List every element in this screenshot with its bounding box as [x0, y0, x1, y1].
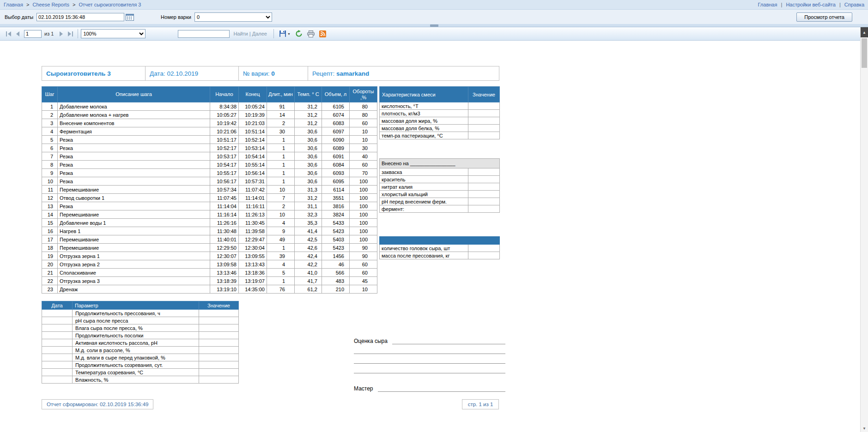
mix-row: закваска — [380, 168, 500, 176]
scrollbar-thumb[interactable] — [862, 38, 867, 68]
report-date: Дата: 02.10.2019 — [146, 66, 239, 81]
first-page-icon[interactable] — [4, 29, 13, 38]
export-icon[interactable]: ▼ — [278, 29, 291, 38]
quality-row: М.д. влаги в сыре перед упаковкой, % — [42, 354, 239, 361]
top-navigation-bar: Главная > Cheese Reports > Отчет сыроизг… — [0, 0, 868, 10]
steps-row: 3Внесение компонентов10:19:4210:21:03231… — [42, 119, 377, 127]
steps-row: 23Дренаж13:19:1014:35:007661,221010 — [42, 285, 377, 294]
previous-page-icon[interactable] — [13, 29, 22, 38]
quality-row: Продолжительность прессования, ч — [42, 310, 239, 317]
steps-row: 22Отгрузка зерна 313:18:3913:19:07141,74… — [42, 277, 377, 285]
signature-line — [354, 348, 505, 354]
steps-row: 2Добавление молока + нагрев10:05:2710:19… — [42, 111, 377, 119]
find-next-button[interactable]: Далее — [252, 31, 267, 36]
evaluation-block: Оценка сыра Мастер — [354, 301, 505, 392]
report-recipe: Рецепт: samarkand — [308, 66, 499, 81]
steps-row: 10Резка10:56:1710:57:31130,66095100 — [42, 177, 377, 186]
parameters-splitter — [0, 24, 868, 27]
calendar-icon[interactable] — [126, 13, 135, 21]
find-button[interactable]: Найти — [233, 31, 248, 36]
breadcrumb-cheese-reports[interactable]: Cheese Reports — [32, 2, 69, 7]
steps-row: 20Отгрузка зерна 213:09:5813:13:43442,24… — [42, 260, 377, 269]
mix-row: краситель — [380, 176, 500, 183]
master-label: Мастер — [354, 385, 373, 392]
mix-header-row: Характеристика смеси Значение — [380, 87, 500, 102]
search-input[interactable] — [178, 30, 230, 38]
batch-number-select[interactable]: 0 — [194, 12, 272, 22]
link-help[interactable]: Справка — [844, 2, 864, 7]
signature-line — [354, 358, 505, 364]
report-footer: Отчет сформирован: 02.10.2019 15:36:49 с… — [42, 399, 499, 409]
mix-table-body: кислотность, °Тплотность, кг/м3массовая … — [380, 102, 500, 259]
date-picker-label: Выбор даты — [5, 14, 33, 20]
quality-row: Продолжительность созревания, сут. — [42, 361, 239, 369]
mix-row: pH перед внесением ферм. — [380, 198, 500, 205]
last-page-icon[interactable] — [66, 29, 75, 38]
steps-row: 13Резка11:14:0411:16:11231,13816100 — [42, 202, 377, 210]
signature-line — [378, 386, 505, 392]
steps-row: 21Споласкивание13:13:4613:18:36541,05666… — [42, 269, 377, 277]
breadcrumb-home[interactable]: Главная — [4, 2, 23, 7]
signature-line — [354, 367, 505, 373]
breadcrumb-current-report[interactable]: Отчет сыроизготовителя 3 — [79, 2, 141, 7]
mix-row: фермент: — [380, 205, 500, 213]
main-tables-row: Шаг Описание шага Начало Конец Длит., ми… — [42, 86, 860, 294]
steps-row: 6Резка10:52:1710:53:14130,6608930 — [42, 144, 377, 152]
report-parameters-bar: Выбор даты Номер варки 0 Просмотр отчета — [0, 10, 868, 24]
report-generated-label: Отчет сформирован: 02.10.2019 15:36:49 — [42, 399, 153, 409]
mix-row: нитрат калия — [380, 183, 500, 191]
steps-row: 1Добавление молока8:34:3810:05:249131,26… — [42, 102, 377, 111]
refresh-icon[interactable] — [294, 29, 303, 38]
steps-row: 5Резка10:51:1710:52:14130,6609010 — [42, 136, 377, 144]
next-page-icon[interactable] — [56, 29, 66, 38]
mix-row: хлористый кальций — [380, 191, 500, 198]
steps-header-row: Шаг Описание шага Начало Конец Длит., ми… — [42, 87, 377, 102]
link-site-settings[interactable]: Настройки веб-сайта — [786, 2, 835, 7]
quality-row: Активная кислотность рассола, pH — [42, 339, 239, 347]
export-dropdown-caret: ▼ — [287, 32, 291, 36]
page-count-label: из 1 — [44, 31, 54, 36]
mix-section-row: Внесено на ________________ — [380, 159, 500, 168]
steps-row: 18Перемешивание12:29:5012:30:04142,65423… — [42, 244, 377, 252]
quality-header-row: Дата Параметр Значение — [42, 301, 239, 310]
steps-row: 17Перемешивание11:40:0112:29:474942,5540… — [42, 235, 377, 244]
steps-table: Шаг Описание шага Начало Конец Длит., ми… — [42, 86, 377, 294]
site-links: Главная | Настройки веб-сайта | Справка — [758, 2, 864, 7]
splitter-collapse-handle[interactable] — [430, 24, 438, 27]
scroll-down-arrow-icon[interactable]: ▼ — [861, 425, 868, 432]
quality-row: Влага сыра после пресса, % — [42, 324, 239, 332]
steps-table-body: 1Добавление молока8:34:3810:05:249131,26… — [42, 102, 377, 294]
page-number-input[interactable] — [24, 30, 42, 38]
vertical-scrollbar[interactable]: ▲ ▼ — [860, 27, 868, 432]
cheese-evaluation-label: Оценка сыра — [354, 338, 388, 344]
batch-number-label: Номер варки — [161, 14, 191, 20]
quality-parameters-table: Дата Параметр Значение Продолжительность… — [42, 301, 239, 384]
steps-row: 19Отгрузка зерна 112:30:0713:09:553942,4… — [42, 252, 377, 260]
signature-line — [392, 338, 505, 344]
mix-spacer-row — [380, 213, 500, 237]
mix-row: количество головок сыра, шт — [380, 245, 500, 252]
quality-table-body: Продолжительность прессования, чpH сыра … — [42, 310, 239, 384]
mix-characteristics-table: Характеристика смеси Значение кислотност… — [379, 86, 500, 259]
view-report-button[interactable]: Просмотр отчета — [796, 12, 852, 22]
zoom-select[interactable]: 100% — [81, 29, 146, 38]
report-title: Сыроизготовитель 3 — [42, 66, 146, 81]
link-home[interactable]: Главная — [758, 2, 777, 7]
mix-row: плотность, кг/м3 — [380, 110, 500, 117]
quality-row: Температура созревания, °С — [42, 369, 239, 376]
print-icon[interactable] — [306, 30, 316, 38]
report-page-label: стр. 1 из 1 — [462, 399, 499, 409]
steps-row: 15Добавление воды 111:26:1611:30:45435,3… — [42, 219, 377, 227]
data-feed-icon[interactable] — [318, 30, 327, 38]
find-links: Найти | Далее — [233, 31, 267, 36]
steps-row: 9Резка10:55:1710:56:14130,6609370 — [42, 169, 377, 177]
date-picker-input[interactable] — [36, 13, 124, 21]
quality-row: pH сыра после пресса — [42, 317, 239, 324]
report-page: Сыроизготовитель 3 Дата: 02.10.2019 № ва… — [0, 41, 860, 432]
mix-row: масса после прессования, кг — [380, 252, 500, 259]
quality-row: Продолжительность посолки — [42, 332, 239, 339]
report-viewer-toolbar: из 1 100% Найти | Далее ▼ — [0, 27, 860, 41]
quality-row: Влажность, % — [42, 376, 239, 384]
steps-row: 4Ферментация10:21:0610:51:143030,6609710 — [42, 127, 377, 136]
scroll-up-arrow-icon[interactable]: ▲ — [861, 27, 868, 37]
